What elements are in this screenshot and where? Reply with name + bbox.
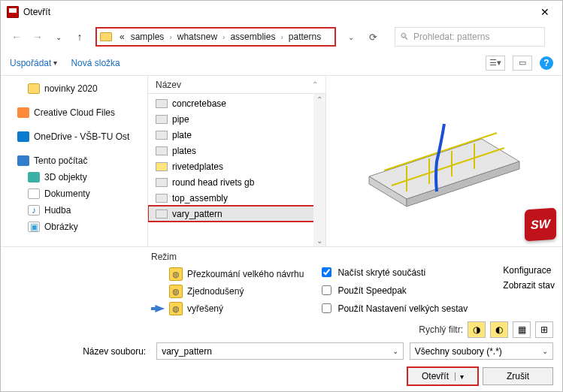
tree-item[interactable]: novinky 2020: [8, 80, 147, 97]
up-button[interactable]: ↑: [71, 29, 88, 45]
back-button[interactable]: ←: [8, 29, 25, 45]
picture-icon: ▣: [28, 222, 40, 232]
toolbar: Uspořádat ▾ Nová složka ☰▾ ▭ ?: [1, 50, 562, 76]
file-type-select[interactable]: Všechny soubory (*.*) ⌄: [410, 342, 553, 360]
breadcrumb-item[interactable]: assemblies: [227, 32, 278, 42]
file-item-selected[interactable]: vary_pattern: [148, 206, 325, 222]
part-icon: [156, 178, 168, 187]
sort-caret-icon: ⌃: [312, 80, 318, 89]
tree-item[interactable]: Tento počítač: [8, 152, 147, 169]
filename-row: Název souboru: vary_pattern ⌄ Všechny so…: [1, 338, 562, 364]
tree-item[interactable]: ▣Obrázky: [8, 219, 147, 235]
filter-drawings-button[interactable]: ▦: [513, 321, 531, 338]
scroll-up-icon[interactable]: ⌃: [316, 94, 322, 105]
open-button[interactable]: Otevřít ▾: [407, 367, 478, 385]
filename-input[interactable]: vary_pattern ⌄: [156, 342, 404, 360]
check-load-hidden[interactable]: Načíst skryté součásti: [319, 265, 468, 279]
folder-icon: [100, 32, 112, 41]
mode-option-large-review[interactable]: ◍ Přezkoumání velkého návrhu: [151, 267, 304, 281]
chevron-down-icon[interactable]: ⌄: [542, 347, 548, 355]
file-list-pane: Název ⌃ concretebase pipe plate plates r…: [147, 76, 326, 246]
titlebar: Otevřít ✕: [1, 1, 562, 23]
tree-item[interactable]: 3D objekty: [8, 169, 147, 185]
music-icon: ♪: [28, 205, 40, 216]
open-dialog: Otevřít ✕ ← → ⌄ ↑ « samples › whatsnew ›…: [0, 0, 563, 392]
help-button[interactable]: ?: [540, 56, 553, 70]
new-folder-button[interactable]: Nová složka: [71, 58, 120, 68]
cube-icon: ◍: [169, 285, 183, 298]
configurations-label: Konfigurace: [503, 265, 555, 276]
3d-icon: [28, 172, 40, 182]
view-mode-button[interactable]: ☰▾: [486, 56, 505, 71]
file-item[interactable]: plates: [148, 143, 325, 158]
file-list[interactable]: concretebase pipe plate plates rivetedpl…: [148, 94, 325, 246]
file-item[interactable]: rivetedplates: [148, 158, 325, 174]
cube-icon: ◍: [169, 302, 183, 315]
tree-item[interactable]: Dokumenty: [8, 185, 147, 202]
chevron-right-icon: ›: [278, 33, 285, 41]
filter-parts-button[interactable]: ◑: [468, 321, 486, 338]
check-large-assembly[interactable]: Použít Nastavení velkých sestav: [319, 301, 468, 315]
pc-icon: [17, 155, 29, 166]
mode-label: Režim: [151, 252, 304, 262]
breadcrumb[interactable]: « samples › whatsnew › assemblies › patt…: [95, 27, 336, 47]
part-icon: [156, 131, 168, 140]
nav-bar: ← → ⌄ ↑ « samples › whatsnew › assemblie…: [1, 23, 562, 50]
file-item[interactable]: round head rivets gb: [148, 174, 325, 190]
display-state-label: Zobrazit stav: [503, 280, 555, 291]
recent-button[interactable]: ⌄: [50, 29, 67, 45]
tree-item[interactable]: ♪Hudba: [8, 202, 147, 219]
mode-option-lightweight[interactable]: ◍ Zjednodušený: [151, 285, 304, 298]
close-button[interactable]: ✕: [528, 1, 562, 23]
quick-filter-label: Rychlý filtr:: [419, 324, 463, 335]
scrollbar[interactable]: ⌃ ⌄: [313, 94, 325, 246]
breadcrumb-item[interactable]: samples: [128, 32, 168, 42]
breadcrumb-dropdown[interactable]: ⌄: [344, 33, 359, 41]
solidworks-badge: SW: [525, 208, 556, 242]
chevron-down-icon[interactable]: ⌄: [392, 347, 398, 355]
quick-filter-row: Rychlý filtr: ◑ ◐ ▦ ⊞: [1, 318, 562, 338]
part-icon: [156, 146, 168, 155]
check-speedpak[interactable]: Použít Speedpak: [319, 283, 468, 297]
filter-assemblies-button[interactable]: ◐: [490, 321, 508, 338]
chevron-right-icon: ›: [220, 33, 227, 41]
chevron-down-icon: ▾: [53, 59, 57, 67]
sidebar-tree[interactable]: novinky 2020 Creative Cloud Files OneDri…: [1, 76, 147, 246]
search-icon: 🔍︎: [400, 32, 409, 42]
preview-toggle-button[interactable]: ▭: [513, 56, 532, 71]
filename-label: Název souboru:: [10, 346, 150, 357]
cancel-button[interactable]: Zrušit: [483, 367, 553, 385]
file-list-header[interactable]: Název ⌃: [148, 76, 325, 94]
filter-toplevel-button[interactable]: ⊞: [535, 321, 553, 338]
search-input[interactable]: 🔍︎ Prohledat: patterns: [395, 27, 545, 47]
search-placeholder: Prohledat: patterns: [413, 32, 489, 42]
assembly-icon: [156, 210, 168, 219]
part-icon: [156, 115, 168, 124]
file-item[interactable]: concretebase: [148, 95, 325, 111]
chevron-right-icon: ›: [167, 33, 174, 41]
window-title: Otevřít: [23, 7, 50, 17]
onedrive-icon: [17, 131, 29, 142]
app-icon: [7, 6, 19, 18]
scroll-down-icon[interactable]: ⌄: [316, 235, 322, 246]
preview-pane: SW: [326, 76, 562, 246]
file-item[interactable]: top_assembly: [148, 190, 325, 206]
breadcrumb-item[interactable]: whatsnew: [174, 32, 220, 42]
tree-item[interactable]: Creative Cloud Files: [8, 104, 147, 121]
refresh-button[interactable]: ⟳: [363, 27, 383, 47]
part-icon: [156, 162, 168, 171]
tree-item[interactable]: OneDrive - VŠB-TU Ost: [8, 128, 147, 145]
organize-menu[interactable]: Uspořádat ▾: [10, 58, 57, 68]
breadcrumb-prefix: «: [117, 32, 128, 42]
breadcrumb-item[interactable]: patterns: [286, 32, 324, 42]
dialog-buttons: Otevřít ▾ Zrušit: [1, 364, 562, 391]
mode-option-resolved[interactable]: ◍ vyřešený: [151, 302, 304, 315]
arrow-icon: [151, 305, 165, 312]
file-item[interactable]: pipe: [148, 111, 325, 127]
file-item[interactable]: plate: [148, 127, 325, 143]
model-preview: [354, 101, 534, 222]
cube-icon: ◍: [169, 267, 183, 281]
part-icon: [156, 99, 168, 108]
mode-panel: Režim ◍ Přezkoumání velkého návrhu ◍ Zje…: [1, 247, 562, 318]
open-split-dropdown[interactable]: ▾: [455, 372, 464, 381]
